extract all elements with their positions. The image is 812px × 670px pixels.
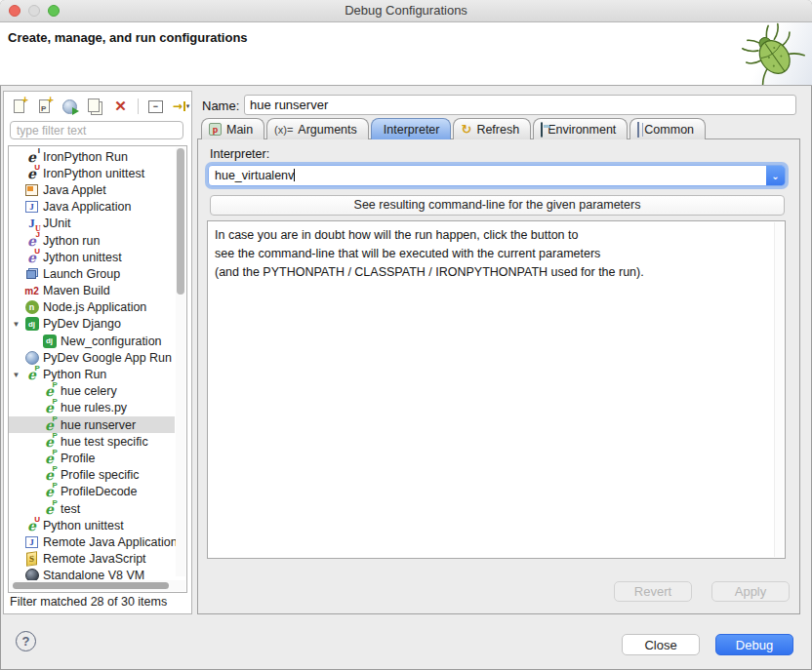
interpreter-tab-panel: Interpreter: hue_virtualenv ⌄ See result… <box>197 138 800 614</box>
django-config-icon: dj <box>41 334 58 349</box>
tree-item-label: Python Run <box>40 368 106 381</box>
info-line: In case you are in doubt how will the ru… <box>215 226 785 245</box>
close-button[interactable]: Close <box>622 634 700 655</box>
java-application-icon: J <box>23 199 40 215</box>
name-input[interactable] <box>244 95 796 115</box>
tree-item-pydev-google-app-run[interactable]: PyDev Google App Run <box>9 349 175 366</box>
info-line: see the command-line that will be execut… <box>215 245 785 263</box>
remote-js-icon: S <box>23 551 40 567</box>
tree-item-label: hue test specific <box>58 435 148 449</box>
tab-refresh[interactable]: ↻Refresh <box>453 118 531 139</box>
tab-main[interactable]: pMain <box>201 118 264 139</box>
tree-item-label: Profile <box>58 452 95 465</box>
header-title: Create, manage, and run configurations <box>8 30 248 45</box>
tree-item-remote-javascript[interactable]: SRemote JavaScript <box>9 551 175 568</box>
export-configurations-icon[interactable] <box>59 97 81 116</box>
tree-item-label: hue celery <box>58 384 117 398</box>
tab-interpreter[interactable]: Interpreter <box>371 118 452 139</box>
tab-arguments[interactable]: (x)=Arguments <box>266 118 369 139</box>
python-config-icon: eP <box>41 501 58 517</box>
dialog-header: Create, manage, and run configurations <box>0 22 812 86</box>
tree-item-junit[interactable]: JUJUnit <box>9 216 175 232</box>
tab-common[interactable]: Common <box>629 118 706 139</box>
tree-item-hue-test-specific[interactable]: ePhue test specific <box>9 433 175 450</box>
tree-item-node-js-application[interactable]: nNode.js Application <box>9 299 175 316</box>
info-scrollbar[interactable] <box>774 222 784 557</box>
main-tab-icon: p <box>209 123 222 136</box>
tree-item-label: Python unittest <box>40 519 124 532</box>
tree-item-label: Java Applet <box>40 183 106 197</box>
maven-build-icon: m2 <box>23 283 40 298</box>
new-configuration-icon[interactable] <box>8 97 30 116</box>
tree-vertical-scrollbar[interactable] <box>176 147 185 576</box>
tree-item-python-run[interactable]: ▼ePPython Run <box>9 366 175 382</box>
combo-dropdown-icon[interactable]: ⌄ <box>766 166 785 185</box>
tree-item-label: PyDev Django <box>40 317 121 331</box>
tab-label: Main <box>226 123 253 137</box>
nodejs-icon: n <box>23 299 40 315</box>
help-button[interactable]: ? <box>16 631 36 651</box>
configurations-panel: ✕−→▾ eIIronPython RuneUIronPython unitte… <box>3 91 192 614</box>
delete-icon[interactable]: ✕ <box>109 97 132 116</box>
title-bar: Debug Configurations <box>0 0 812 22</box>
java-applet-icon <box>23 182 40 198</box>
tree-item-pydev-django[interactable]: ▼djPyDev Django <box>9 316 175 333</box>
tree-item-hue-celery[interactable]: ePhue celery <box>9 383 175 400</box>
filter-input[interactable] <box>10 121 183 139</box>
tree-item-jython-unittest[interactable]: eUJython unittest <box>9 249 175 265</box>
interpreter-combo[interactable]: hue_virtualenv ⌄ <box>208 165 786 186</box>
filter-icon[interactable]: →▾ <box>170 97 192 116</box>
apply-button[interactable]: Apply <box>711 581 790 602</box>
tree-horizontal-scrollbar[interactable] <box>10 580 185 591</box>
tree-item-java-applet[interactable]: Java Applet <box>9 181 175 198</box>
tree-item-label: New_configuration <box>58 335 162 348</box>
tree-item-label: ProfileDecode <box>58 485 138 498</box>
tree-item-label: Launch Group <box>40 267 120 281</box>
tree-item-profile[interactable]: ePProfile <box>9 450 175 466</box>
revert-button[interactable]: Revert <box>614 581 692 602</box>
tree-item-java-application[interactable]: JJava Application <box>9 199 175 216</box>
tree-item-label: Remote Java Application <box>40 535 178 549</box>
tree-item-label: Jython unittest <box>40 251 122 264</box>
tree-item-profile-specific[interactable]: ePProfile specific <box>9 467 175 484</box>
tree-item-label: IronPython unittest <box>40 167 144 180</box>
interpreter-combo-value: hue_virtualenv <box>209 169 766 182</box>
tree-item-label: Profile specific <box>58 468 140 482</box>
arguments-tab-icon: (x)= <box>274 124 293 136</box>
tree-item-remote-java-application[interactable]: JRemote Java Application <box>9 533 175 550</box>
name-label: Name: <box>202 99 239 113</box>
debug-button[interactable]: Debug <box>715 634 793 655</box>
expander-icon[interactable]: ▼ <box>9 371 23 379</box>
tree-item-launch-group[interactable]: Launch Group <box>9 265 175 282</box>
info-text-area[interactable]: In case you are in doubt how will the ru… <box>207 220 786 559</box>
collapse-all-icon[interactable]: − <box>144 97 167 116</box>
configurations-tree: eIIronPython RuneUIronPython unittestJav… <box>8 145 187 593</box>
tree-item-python-unittest[interactable]: eUPython unittest <box>9 517 175 533</box>
tab-label: Refresh <box>476 123 519 137</box>
tab-label: Arguments <box>298 123 356 137</box>
duplicate-icon[interactable] <box>84 97 106 116</box>
tab-label: Interpreter <box>384 123 440 137</box>
tree-item-maven-build[interactable]: m2Maven Build <box>9 283 175 299</box>
new-prototype-icon[interactable] <box>33 97 56 116</box>
expander-icon[interactable]: ▼ <box>9 320 23 329</box>
django-icon: dj <box>23 316 40 332</box>
see-command-line-button[interactable]: See resulting command-line for the given… <box>210 195 785 216</box>
tree-item-profiledecode[interactable]: ePProfileDecode <box>9 484 175 500</box>
tree-item-label: JUnit <box>40 217 70 230</box>
tree-item-label: Remote JavaScript <box>40 552 146 566</box>
tree-item-new-configuration[interactable]: djNew_configuration <box>9 333 175 349</box>
jython-unittest-icon: eU <box>23 250 40 265</box>
common-tab-icon <box>637 123 639 137</box>
tree-item-hue-rules-py[interactable]: ePhue rules.py <box>9 400 175 416</box>
python-unittest-icon: eU <box>23 518 40 533</box>
tree-item-ironpython-unittest[interactable]: eUIronPython unittest <box>9 165 175 181</box>
tab-strip: pMain(x)=ArgumentsInterpreter↻RefreshEnv… <box>201 118 706 139</box>
tree-item-label: test <box>58 502 80 516</box>
remote-java-icon: J <box>23 534 40 550</box>
tree-item-hue-runserver[interactable]: ePhue runserver <box>9 416 175 433</box>
tab-environment[interactable]: Environment <box>533 118 628 139</box>
toolbar-separator <box>138 99 139 114</box>
info-line: (and the PYTHONPATH / CLASSPATH / IRONPY… <box>215 263 785 282</box>
environment-tab-icon <box>541 123 543 137</box>
